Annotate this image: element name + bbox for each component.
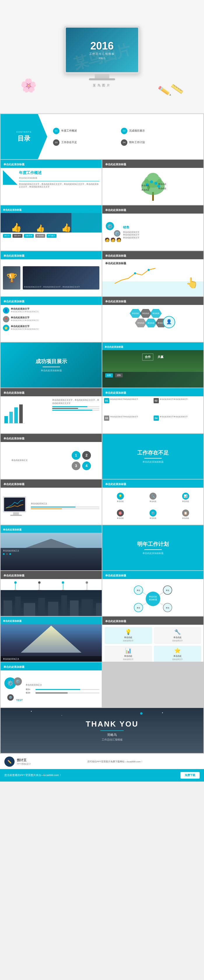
thumbs-labels: 执行力 团队协作 创新思维 专业技能 学习能力 — [1, 232, 102, 239]
slide-header-text-2: 单击此处添加标题 — [105, 163, 126, 166]
step-text-1: 单击此处添加文字单击此处添加文字 — [110, 398, 138, 400]
download-button[interactable]: 免费下载 — [180, 772, 200, 779]
icon-grid-item-2: 🔧 单击此处 — [137, 490, 169, 506]
slide-thankyou: THANK YOU 简略鸟 工作总结汇报模板 — [1, 708, 203, 753]
svg-rect-30 — [9, 412, 13, 423]
step-num-2: 02 — [154, 398, 159, 403]
feature-label-4: 单击此处 — [173, 655, 182, 658]
step-3: 03 单击此处添加文字单击此处添加文字 — [104, 415, 153, 432]
m-prog-1 — [31, 507, 100, 508]
svg-text:单击此处: 单击此处 — [137, 322, 144, 324]
svg-point-5 — [150, 180, 153, 183]
slide-body-14: 单击此处添加正文 1 2 3 4 — [1, 442, 102, 479]
thumbs-emoji-3: 👍 — [61, 223, 71, 232]
slide-header-bar-14: 单击此处添加标题 — [1, 434, 102, 442]
circle-3: 3 — [72, 461, 80, 470]
slide-body-2: 单击此处 单击此处 单击此处 单击此处 — [102, 168, 203, 205]
thankyou-sub2: 工作总结汇报模板 — [86, 738, 138, 742]
slide-icon-grid: 单击此处添加标题 💡 单击此处 🔧 单击此处 📊 单击此处 🎯 单击此处 — [102, 479, 203, 525]
m-prog-2 — [31, 508, 100, 509]
svg-text:单击此处: 单击此处 — [158, 188, 166, 189]
slide-body-12: 单击此处添加正文文字，单击此处添加正文文字，单击此处添加正文文字 — [1, 396, 102, 433]
icon-grid-item-3: 📊 单击此处 — [170, 490, 201, 506]
step-4: 04 单击此处添加文字单击此处添加文字 — [154, 415, 202, 432]
slide-header-text-20: 单击此处添加标题 — [3, 574, 24, 577]
svg-rect-31 — [14, 407, 18, 423]
chart-line-svg — [107, 267, 163, 287]
svg-rect-36 — [24, 603, 35, 616]
collab-label-1: 合作 — [142, 353, 153, 361]
slide-header-bar-7: 单击此处添加标题 — [102, 251, 203, 259]
slide-trophy: 单击此处添加标题 🏆 单击此处添加正文文字，单击此处添加正文文字，单击此处添加正… — [1, 251, 102, 296]
circles-grid: 1 2 3 4 — [72, 451, 91, 470]
contents-slide: CONTENTS 目录 01 年度工作概述 02 完成项目展示 03 — [1, 114, 203, 159]
mini-monitor-frame — [3, 496, 26, 512]
icon-list-text-1: 单击此处添加文字 单击此处添加正文单击此处添加正文 — [11, 307, 39, 313]
content-item-2: 02 完成项目展示 — [121, 128, 186, 134]
slide-header-text-7: 单击此处添加标题 — [105, 254, 126, 257]
feature-icon-2: 🔧 — [174, 629, 181, 635]
svg-text:单击: 单击 — [137, 590, 140, 591]
dot-1 — [3, 553, 5, 555]
thankyou-line — [101, 730, 124, 731]
slide-triangle-deco — [3, 170, 18, 202]
tl-dot-2 — [38, 581, 40, 584]
gear-prog-bg-2 — [35, 692, 100, 694]
trophy-photo: 🏆 — [3, 266, 21, 290]
slide-tree: 单击此处添加标题 单击此处 — [102, 160, 203, 205]
label-5: 学习能力 — [47, 234, 56, 238]
slide-header-bar-6: 单击此处添加标题 — [1, 251, 102, 259]
annual-work-subtitle: 单击此处添加副标题 — [19, 177, 100, 180]
monitor-prog-bars — [31, 507, 100, 509]
grid-icon-6: 📋 — [182, 509, 189, 517]
timeline-row: Q1 Q2 Q3 Q4 — [1, 581, 102, 591]
svg-text:单击此处: 单击此处 — [153, 312, 159, 314]
grid-icon-4: 🎯 — [117, 509, 124, 517]
slide-header-bar-5: 单击此处添加标题 — [102, 205, 203, 213]
slide-header-bar-12: 单击此处添加标题 — [1, 388, 102, 396]
content-text-3: 工作存在不足 — [61, 140, 77, 144]
thankyou-sub1: 简略鸟 — [86, 733, 138, 737]
grid-icon-3: 📊 — [182, 493, 189, 500]
mountain-dots-row — [3, 553, 100, 555]
mini-chart-svg — [6, 499, 23, 509]
gear-item-3: 单击此处添加文字 — [123, 236, 201, 239]
icon-pin-2: 📍 — [3, 316, 9, 322]
grid-label-5: 单击此处 — [149, 517, 156, 520]
mountain-header-text: 单击此处添加标题 — [3, 528, 22, 531]
dot-3 — [9, 553, 11, 555]
gear-prog-list: 项目A 项目B — [26, 688, 100, 694]
gear-prog-row-1: 项目A — [26, 688, 100, 691]
step-text-3: 单击此处添加文字单击此处添加文字 — [110, 415, 138, 418]
slide-header-text-17: 单击此处添加标题 — [105, 483, 126, 486]
feature-icon-4: ⭐ — [174, 648, 181, 654]
annual-work-content: 年度工作概述 单击此处添加副标题 单击此处添加正文文字，单击此处添加正文文字，单… — [19, 170, 100, 202]
content-num-1: 01 — [53, 128, 59, 134]
content-text-4: 明年工作计划 — [129, 140, 145, 144]
prog-bg-3 — [52, 410, 100, 410]
feature-sub-1: 添加说明文字 — [123, 640, 133, 642]
svg-text:单击此处: 单击此处 — [148, 322, 154, 324]
icon-list: 👤 单击此处添加文字 单击此处添加正文单击此处添加正文 📍 单击此处添加文字 单… — [3, 307, 100, 331]
svg-text:单击此处: 单击此处 — [141, 185, 149, 186]
thumbs-header-text: 单击此处添加标题 — [3, 208, 22, 211]
star-2 — [61, 715, 62, 716]
list-label-2: 单击此处添加文字 — [11, 316, 39, 319]
gear-text-area: 销售 单击此处添加文字 单击此处添加文字 单击此处添加文字 — [123, 225, 201, 239]
tl-line-1 — [15, 584, 16, 590]
icon-grid-item-1: 💡 单击此处 — [104, 490, 136, 506]
slide-mountain: 单击此处添加正文 单击此处添加标题 — [1, 525, 102, 570]
slide-header-bar-9: 单击此处添加标题 — [102, 297, 203, 305]
slide-body-9: 单击此处 单击此处 单击此处 单击此处 单击此处 单击此处 👤 — [102, 305, 203, 342]
slide-annual-work: 单击此处添加标题 年度工作概述 单击此处添加副标题 单击此处添加正文文字，单击此… — [1, 160, 102, 205]
step-1: 01 单击此处添加文字单击此处添加文字 — [104, 398, 153, 414]
city-photo: 单击此处添加正文文字，单击此处添加正文文字，单击此处添加正文文字 — [23, 266, 100, 290]
svg-text:👤: 👤 — [166, 319, 172, 325]
contents-items-list: 01 年度工作概述 02 完成项目展示 03 工作存在不足 04 明年工作计划 — [53, 128, 198, 146]
contents-right-panel: 01 年度工作概述 02 完成项目展示 03 工作存在不足 04 明年工作计划 — [47, 114, 203, 159]
person-2: 🧑 — [111, 237, 116, 242]
slide-new-year-header: 明年工作计划 单击此处添加副标题 — [102, 525, 203, 570]
step-text-4: 单击此处添加文字单击此处添加文字 — [160, 415, 188, 418]
tl-item-2: Q2 — [38, 581, 40, 591]
gear-title: 销售 — [123, 225, 201, 229]
